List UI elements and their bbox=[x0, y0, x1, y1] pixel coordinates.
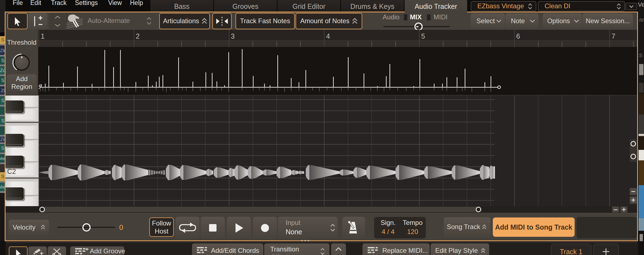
svg-text:C2: C2 bbox=[7, 168, 16, 175]
